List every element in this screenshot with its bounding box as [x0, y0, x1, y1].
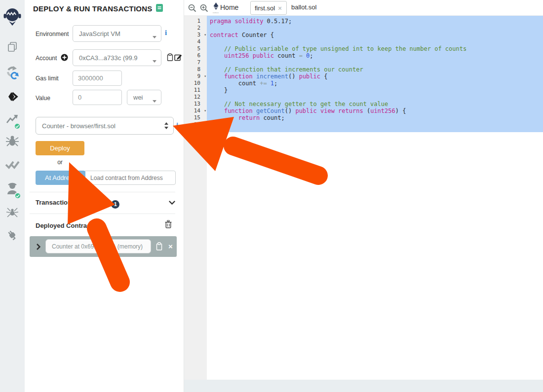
line-number[interactable]: 7	[184, 59, 207, 66]
divider	[30, 214, 175, 214]
icon-rail	[0, 0, 25, 392]
add-account-icon[interactable]	[61, 54, 68, 63]
transactions-recorded-label: Transactions recorded:	[36, 199, 107, 206]
code-line	[210, 59, 543, 66]
tab-label: first.sol	[255, 4, 275, 12]
code-line: contract Counter {	[210, 32, 543, 38]
environment-select[interactable]: JavaScript VM	[73, 25, 161, 42]
solidity-compiler-icon[interactable]	[6, 92, 18, 105]
docs-book-icon[interactable]	[156, 4, 163, 13]
sort-updown-icon	[164, 122, 169, 131]
editor-tabbar: remix Home first.sol × ballot.sol	[184, 0, 543, 16]
line-number[interactable]: 5	[184, 45, 207, 52]
static-analysis-icon[interactable]	[5, 160, 20, 172]
debugger-bug-icon[interactable]	[6, 135, 19, 149]
account-select[interactable]: 0xCA3...a733c (99.9	[73, 49, 161, 66]
page-title: DEPLOY & RUN TRANSACTIONS	[33, 4, 163, 13]
unit-testing-icon[interactable]	[5, 181, 19, 197]
code-editor[interactable]: 123▾456789▾1011121314▾1516 pragma solidi…	[184, 16, 543, 380]
line-number[interactable]: 1	[184, 18, 207, 25]
account-value: 0xCA3...a733c (99.9	[79, 54, 138, 62]
code-line: // Public variable of type unsigned int …	[210, 45, 543, 52]
deploy-run-panel: DEPLOY & RUN TRANSACTIONS Environment Ja…	[25, 0, 184, 392]
active-check-badge	[14, 192, 21, 199]
home-tab-ethereum-icon: remix	[213, 2, 219, 13]
environment-value: JavaScript VM	[79, 30, 120, 37]
line-number[interactable]: 10	[184, 80, 207, 87]
copy-instance-icon[interactable]	[156, 242, 162, 252]
transactions-recorded-row: Transactions recorded: 1	[36, 199, 119, 209]
value-input[interactable]	[73, 90, 122, 105]
gas-limit-input[interactable]	[73, 71, 122, 86]
deployed-contract-instance: Counter at 0x692...77bA (memory) ×	[30, 236, 177, 257]
copy-account-icon[interactable]	[167, 53, 173, 63]
contract-select[interactable]: Counter - browser/first.sol	[36, 117, 174, 135]
deploy-run-icon[interactable]	[6, 114, 19, 128]
sign-message-pencil-icon[interactable]	[174, 53, 182, 63]
code-line	[210, 94, 543, 101]
gas-limit-label: Gas limit	[36, 75, 59, 82]
editor-code-column: pragma solidity 0.5.17;contract Counter …	[207, 16, 543, 380]
environment-info-icon[interactable]: i	[165, 29, 167, 36]
code-line: }	[210, 87, 543, 94]
line-number[interactable]: 9▾	[184, 73, 207, 80]
line-number[interactable]: 12	[184, 94, 207, 101]
code-line: // Function that increments our counter	[210, 66, 543, 73]
remix-logo[interactable]	[3, 7, 21, 28]
code-line: pragma solidity 0.5.17;	[210, 18, 543, 25]
contract-info-icon[interactable]: i	[176, 122, 178, 129]
fold-arrow-icon[interactable]: ▾	[204, 32, 206, 38]
line-number[interactable]: 14▾	[184, 107, 207, 114]
expand-chevron-icon[interactable]	[37, 243, 40, 252]
zoom-out-icon[interactable]	[188, 4, 196, 14]
account-label: Account	[36, 55, 57, 62]
line-number[interactable]: 11	[184, 87, 207, 94]
plugin-manager-icon[interactable]	[6, 229, 19, 244]
line-number[interactable]: 16	[184, 121, 207, 128]
collapse-chevron-icon[interactable]	[169, 198, 175, 207]
zoom-in-icon[interactable]	[200, 4, 208, 14]
value-unit-select[interactable]: wei	[127, 90, 161, 105]
spider-icon[interactable]	[6, 206, 19, 221]
code-line: uint256 public count = 0;	[210, 52, 543, 59]
chevron-down-icon	[153, 97, 156, 104]
remove-instance-icon[interactable]: ×	[168, 243, 173, 250]
code-line	[210, 38, 543, 45]
line-number[interactable]: 3▾	[184, 32, 207, 38]
at-address-button[interactable]: At Address	[36, 171, 85, 185]
contract-value: Counter - browser/first.sol	[42, 122, 116, 130]
code-line	[210, 25, 543, 32]
environment-label: Environment	[36, 31, 69, 37]
clear-instances-trash-icon[interactable]	[165, 220, 172, 230]
tab-first-sol[interactable]: first.sol ×	[250, 1, 287, 15]
file-explorer-icon[interactable]	[7, 41, 18, 54]
line-number[interactable]: 15	[184, 114, 207, 121]
value-unit: wei	[133, 94, 143, 101]
fold-arrow-icon[interactable]: ▾	[204, 73, 206, 80]
line-number[interactable]: 8	[184, 66, 207, 73]
editor-area: remix Home first.sol × ballot.sol 123▾45…	[184, 0, 543, 392]
close-icon[interactable]: ×	[278, 4, 282, 12]
active-check-badge	[14, 123, 21, 130]
code-line: return count;	[210, 114, 543, 121]
instance-title-button[interactable]: Counter at 0x692...77bA (memory)	[45, 239, 151, 253]
fold-arrow-icon[interactable]: ▾	[204, 107, 206, 114]
terminal-collapsed-bar[interactable]	[184, 380, 543, 392]
deployed-contracts-title: Deployed Contracts	[36, 222, 96, 229]
value-label: Value	[36, 95, 50, 102]
deploy-button[interactable]: Deploy	[36, 141, 84, 155]
code-line: // Not necessary getter to get the count…	[210, 101, 543, 107]
code-line: count += 1;	[210, 80, 543, 87]
tab-home[interactable]: Home	[220, 3, 238, 11]
instance-label: Counter at 0x692...77bA (memory)	[52, 243, 143, 250]
sync-swap-icon[interactable]	[5, 66, 19, 83]
code-selection-region: pragma solidity 0.5.17;contract Counter …	[207, 16, 543, 132]
at-address-input[interactable]	[85, 171, 176, 185]
line-number[interactable]: 4	[184, 38, 207, 45]
divider	[30, 192, 175, 192]
line-number[interactable]: 6	[184, 52, 207, 59]
line-number[interactable]: 13	[184, 101, 207, 107]
tab-ballot-sol[interactable]: ballot.sol	[291, 3, 316, 11]
code-line: }	[210, 121, 543, 128]
line-number[interactable]: 2	[184, 25, 207, 32]
